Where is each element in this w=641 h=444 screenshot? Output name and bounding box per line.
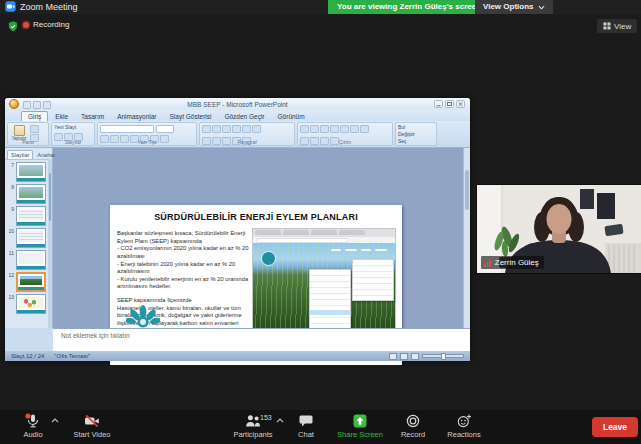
view-label: View bbox=[614, 22, 631, 31]
reactions-label: Reactions bbox=[436, 430, 492, 439]
ppt-title-bar[interactable]: MBB SEEP - Microsoft PowerPoint bbox=[5, 98, 470, 110]
audio-options-caret[interactable] bbox=[51, 418, 59, 423]
audio-level-icon bbox=[484, 258, 492, 267]
replace-button[interactable]: Değiştir bbox=[396, 131, 436, 138]
share-screen-icon bbox=[352, 413, 368, 429]
group-label-pano: Pano bbox=[8, 139, 48, 145]
tab-gorunum[interactable]: Görünüm bbox=[272, 112, 311, 121]
slide-thumbnail-13[interactable]: 13 bbox=[7, 294, 51, 314]
drawing-shapes[interactable] bbox=[298, 123, 392, 135]
slide-thumbnail-panel: Slaytlar Anahat 7 8 9 10 bbox=[5, 148, 53, 328]
chat-label: Chat bbox=[281, 430, 331, 439]
window-controls[interactable] bbox=[434, 100, 466, 109]
ribbon-group-editing: Bul Değiştir Seç bbox=[395, 122, 437, 146]
new-slide-button[interactable]: Yeni Slayt bbox=[52, 123, 94, 131]
sorter-view-button[interactable] bbox=[400, 353, 408, 360]
clipboard-icon bbox=[14, 125, 25, 136]
screen-share-banner: You are viewing Zerrin Güleş's screen bbox=[328, 0, 490, 14]
view-options-label: View Options bbox=[483, 0, 534, 14]
recording-label: Recording bbox=[33, 20, 69, 29]
audio-button[interactable]: Audio bbox=[7, 413, 59, 441]
recording-dot-icon bbox=[23, 22, 29, 28]
record-button[interactable]: Record bbox=[387, 413, 439, 441]
zoom-app-icon bbox=[5, 1, 16, 12]
slide-thumbnail-11[interactable]: 11 bbox=[7, 250, 51, 270]
font-name-select[interactable] bbox=[100, 125, 154, 133]
slide-thumbnail-7[interactable]: 7 bbox=[7, 162, 51, 182]
record-icon bbox=[405, 413, 421, 429]
panel-tab-slides[interactable]: Slaytlar bbox=[7, 150, 33, 159]
security-shield-icon[interactable] bbox=[7, 20, 19, 33]
slide-thumbnail-10[interactable]: 10 bbox=[7, 228, 51, 248]
ribbon-group-slides: Yeni Slayt Slaytlar bbox=[51, 122, 95, 146]
notes-pane[interactable]: Not eklemek için tıklatın bbox=[53, 328, 470, 351]
zoom-slider[interactable] bbox=[422, 354, 464, 358]
participant-name-tag: Zerrin Güleş bbox=[481, 256, 544, 269]
chevron-down-icon bbox=[538, 5, 545, 10]
view-options-button[interactable]: View Options bbox=[475, 0, 553, 14]
ppt-window-title: MBB SEEP - Microsoft PowerPoint bbox=[5, 101, 470, 108]
panel-scrollbar[interactable] bbox=[48, 159, 52, 328]
status-slide-number: Slayt 12 / 24 bbox=[11, 353, 44, 359]
recording-indicator: Recording bbox=[23, 20, 69, 29]
find-button[interactable]: Bul bbox=[396, 123, 436, 131]
tab-ekle[interactable]: Ekle bbox=[49, 112, 74, 121]
font-size-select[interactable] bbox=[156, 125, 174, 133]
participants-button[interactable]: 153 Participants bbox=[224, 413, 282, 441]
nilufer-site-logo bbox=[261, 251, 276, 266]
reactions-button[interactable]: Reactions bbox=[436, 413, 492, 441]
app-identity: Zoom Meeting bbox=[5, 1, 78, 12]
share-screen-button[interactable]: Share Screen bbox=[331, 413, 389, 441]
tab-tasarim[interactable]: Tasarım bbox=[75, 112, 110, 121]
slideshow-view-button[interactable] bbox=[411, 353, 419, 360]
ribbon: Yapıştır Pano Yeni Slayt Slaytlar Yazı T… bbox=[5, 121, 470, 148]
microphone-icon bbox=[25, 413, 41, 429]
tab-animasyonlar[interactable]: Animasyonlar bbox=[111, 112, 162, 121]
start-video-label: Start Video bbox=[62, 430, 122, 439]
leave-button[interactable]: Leave bbox=[592, 417, 638, 437]
slide-title: SÜRDÜRÜLEBİLİR ENERJİ EYLEM PLANLARI bbox=[110, 212, 402, 222]
share-screen-label: Share Screen bbox=[331, 430, 389, 439]
window-title: Zoom Meeting bbox=[20, 2, 78, 12]
audio-label: Audio bbox=[7, 430, 59, 439]
paragraph-controls-1[interactable] bbox=[200, 123, 294, 135]
ppt-content-area: Slaytlar Anahat 7 8 9 10 bbox=[5, 148, 470, 328]
reactions-smiley-icon bbox=[456, 413, 472, 429]
notes-placeholder: Not eklemek için tıklatın bbox=[61, 332, 130, 339]
participant-name: Zerrin Güleş bbox=[495, 258, 539, 267]
group-label-paragraf: Paragraf bbox=[200, 139, 294, 145]
ribbon-group-clipboard: Yapıştır Pano bbox=[7, 122, 49, 146]
slide-thumbnail-8[interactable]: 8 bbox=[7, 184, 51, 204]
panel-tab-outline[interactable]: Anahat bbox=[34, 151, 57, 159]
participant-video-tile[interactable]: Zerrin Güleş bbox=[477, 185, 641, 273]
participants-label: Participants bbox=[224, 430, 282, 439]
normal-view-button[interactable] bbox=[389, 353, 397, 360]
ppt-status-bar: Slayt 12 / 24 "Ofis Teması" bbox=[5, 351, 470, 361]
start-video-button[interactable]: Start Video bbox=[62, 413, 122, 441]
grid-view-icon bbox=[603, 22, 611, 30]
tab-gozden-gecir[interactable]: Gözden Geçir bbox=[218, 112, 270, 121]
participants-count: 153 bbox=[260, 414, 272, 421]
group-label-yazi-tipi: Yazı Tipi bbox=[98, 139, 196, 145]
select-button[interactable]: Seç bbox=[396, 138, 436, 145]
tab-giris[interactable]: Giriş bbox=[21, 111, 48, 121]
tab-slayt-gosterisi[interactable]: Slayt Gösterisi bbox=[164, 112, 218, 121]
chat-icon bbox=[298, 413, 314, 429]
panel-tabs: Slaytlar Anahat bbox=[5, 148, 52, 160]
dropdown-menu-2 bbox=[352, 259, 394, 301]
slide-thumbnail-12-selected[interactable]: 12 bbox=[7, 272, 51, 292]
slide-pane-scrollbar[interactable] bbox=[463, 148, 470, 328]
group-label-slaytlar: Slaytlar bbox=[52, 139, 94, 145]
browser-tab-strip bbox=[253, 229, 395, 237]
powerpoint-window: MBB SEEP - Microsoft PowerPoint Giriş Ek… bbox=[5, 98, 470, 361]
camera-off-icon bbox=[84, 413, 100, 429]
slide-thumbnail-9[interactable]: 9 bbox=[7, 206, 51, 226]
zoom-bottom-toolbar: Audio Start Video 153 Participants bbox=[0, 410, 641, 444]
participants-icon bbox=[245, 413, 262, 429]
ribbon-group-paragraph: Paragraf bbox=[199, 122, 295, 146]
zoom-title-bar: Zoom Meeting You are viewing Zerrin Güle… bbox=[0, 0, 641, 14]
chat-button[interactable]: Chat bbox=[281, 413, 331, 441]
view-layout-button[interactable]: View bbox=[597, 19, 637, 33]
ribbon-group-font: Yazı Tipi bbox=[97, 122, 197, 146]
group-label-cizim: Çizim bbox=[298, 139, 392, 145]
